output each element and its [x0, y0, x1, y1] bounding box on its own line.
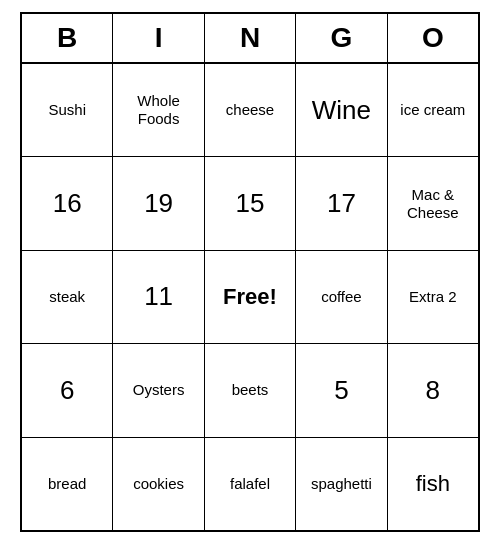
bingo-cell-3-1: Oysters	[113, 344, 204, 436]
bingo-cell-1-3: 17	[296, 157, 387, 249]
bingo-row-3: 6Oystersbeets58	[22, 344, 478, 437]
bingo-cell-0-2: cheese	[205, 64, 296, 156]
bingo-cell-0-3: Wine	[296, 64, 387, 156]
header-letter: B	[22, 14, 113, 62]
bingo-body: SushiWhole FoodscheeseWineice cream16191…	[22, 64, 478, 530]
bingo-row-0: SushiWhole FoodscheeseWineice cream	[22, 64, 478, 157]
bingo-cell-2-3: coffee	[296, 251, 387, 343]
bingo-cell-2-1: 11	[113, 251, 204, 343]
bingo-cell-3-3: 5	[296, 344, 387, 436]
header-letter: I	[113, 14, 204, 62]
bingo-cell-4-1: cookies	[113, 438, 204, 530]
bingo-row-4: breadcookiesfalafelspaghettifish	[22, 438, 478, 530]
bingo-cell-0-0: Sushi	[22, 64, 113, 156]
bingo-cell-2-4: Extra 2	[388, 251, 478, 343]
bingo-cell-1-0: 16	[22, 157, 113, 249]
bingo-row-2: steak11Free!coffeeExtra 2	[22, 251, 478, 344]
header-letter: O	[388, 14, 478, 62]
bingo-cell-3-4: 8	[388, 344, 478, 436]
bingo-cell-0-4: ice cream	[388, 64, 478, 156]
bingo-cell-2-0: steak	[22, 251, 113, 343]
bingo-header: BINGO	[22, 14, 478, 64]
bingo-cell-4-2: falafel	[205, 438, 296, 530]
header-letter: G	[296, 14, 387, 62]
header-letter: N	[205, 14, 296, 62]
bingo-cell-2-2: Free!	[205, 251, 296, 343]
bingo-row-1: 16191517Mac & Cheese	[22, 157, 478, 250]
bingo-cell-1-1: 19	[113, 157, 204, 249]
bingo-cell-3-0: 6	[22, 344, 113, 436]
bingo-cell-0-1: Whole Foods	[113, 64, 204, 156]
bingo-cell-4-3: spaghetti	[296, 438, 387, 530]
bingo-cell-1-2: 15	[205, 157, 296, 249]
bingo-cell-4-4: fish	[388, 438, 478, 530]
bingo-cell-4-0: bread	[22, 438, 113, 530]
bingo-cell-1-4: Mac & Cheese	[388, 157, 478, 249]
bingo-cell-3-2: beets	[205, 344, 296, 436]
bingo-card: BINGO SushiWhole FoodscheeseWineice crea…	[20, 12, 480, 532]
